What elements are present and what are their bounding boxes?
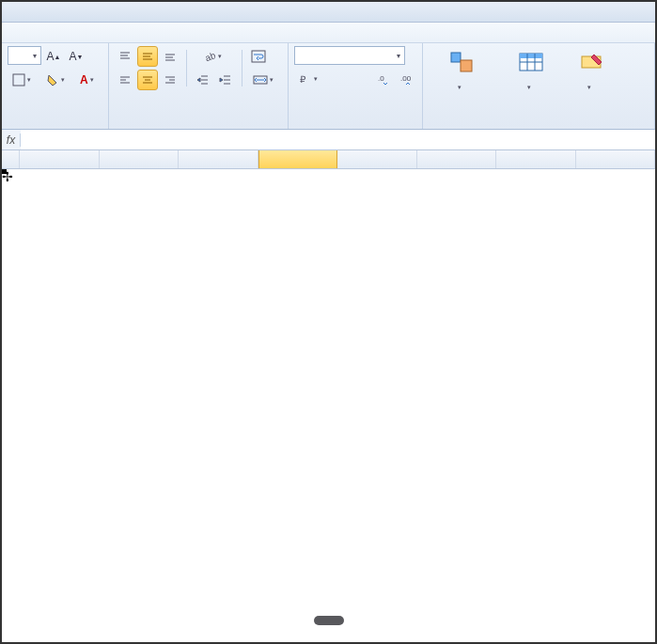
svg-text:.0: .0 <box>378 74 384 83</box>
svg-rect-34 <box>520 54 542 58</box>
fx-icon[interactable]: fx <box>2 134 21 147</box>
percent-format-icon[interactable] <box>328 69 349 89</box>
fill-color-button[interactable]: ▾ <box>41 70 73 90</box>
merge-button[interactable]: ▾ <box>248 70 282 90</box>
format-table-icon <box>516 48 546 78</box>
group-font-label <box>8 117 102 128</box>
border-button[interactable]: ▾ <box>8 70 39 90</box>
col-header[interactable] <box>337 150 416 168</box>
group-alignment: ab▾ ▾ <box>109 43 289 129</box>
accounting-format-button[interactable]: ₽▾ <box>294 69 326 89</box>
increase-font-icon[interactable]: A▲ <box>43 46 64 67</box>
title-bar <box>2 2 655 23</box>
font-size-combo[interactable]: ▾ <box>8 46 41 65</box>
svg-text:.00: .00 <box>400 74 412 83</box>
font-color-button[interactable]: A▾ <box>75 70 102 90</box>
increase-decimal-icon[interactable]: .0 <box>373 69 394 89</box>
col-header[interactable] <box>417 150 496 168</box>
ribbon: ▾ A▲ A▼ ▾ ▾ A▾ <box>2 43 655 130</box>
svg-rect-31 <box>451 53 461 62</box>
align-left-icon[interactable] <box>115 70 135 90</box>
cell-cursor-icon: ✢ <box>2 169 13 184</box>
col-header-active[interactable] <box>258 150 338 168</box>
align-center-icon[interactable] <box>137 70 158 90</box>
increase-indent-icon[interactable] <box>215 70 236 90</box>
group-alignment-label <box>115 127 282 128</box>
cell-styles-icon <box>576 48 606 78</box>
formula-input[interactable] <box>21 130 655 149</box>
format-as-table-button[interactable]: ▾ <box>498 46 564 94</box>
svg-text:ab: ab <box>203 50 215 63</box>
cell-styles-button[interactable]: ▾ <box>568 46 615 94</box>
col-header[interactable] <box>179 150 258 168</box>
wrap-text-icon[interactable] <box>248 46 269 67</box>
active-cell[interactable] <box>2 169 6 173</box>
group-styles: ▾ ▾ ▾ <box>423 43 655 129</box>
worksheet-grid[interactable]: ✢ <box>2 150 655 169</box>
conditional-formatting-icon <box>446 48 477 78</box>
number-format-combo[interactable]: ▾ <box>294 46 405 65</box>
group-styles-label <box>429 127 649 128</box>
col-header[interactable] <box>100 150 179 168</box>
group-number: ▾ ₽▾ .0 .00 <box>289 43 423 129</box>
ribbon-tabs <box>2 23 655 43</box>
conditional-formatting-button[interactable]: ▾ <box>429 46 494 94</box>
decrease-indent-icon[interactable] <box>193 70 213 90</box>
align-bottom-icon[interactable] <box>160 46 180 67</box>
decrease-decimal-icon[interactable]: .00 <box>396 69 416 89</box>
column-headers <box>2 150 655 169</box>
svg-text:₽: ₽ <box>300 74 306 85</box>
align-middle-icon[interactable] <box>137 46 158 67</box>
orientation-button[interactable]: ab▾ <box>193 46 236 67</box>
align-right-icon[interactable] <box>160 70 180 90</box>
watermark-label <box>314 616 344 625</box>
decrease-font-icon[interactable]: A▼ <box>66 46 86 67</box>
col-header[interactable] <box>496 150 575 168</box>
formula-bar: fx <box>2 130 655 150</box>
group-number-label <box>294 127 416 128</box>
svg-rect-32 <box>461 60 472 71</box>
align-top-icon[interactable] <box>115 46 135 67</box>
group-font: ▾ A▲ A▼ ▾ ▾ A▾ <box>2 43 109 129</box>
select-all-corner[interactable] <box>2 150 20 168</box>
col-header[interactable] <box>576 150 655 168</box>
col-header[interactable] <box>20 150 99 168</box>
comma-format-icon[interactable] <box>351 69 371 89</box>
svg-rect-0 <box>13 74 24 86</box>
